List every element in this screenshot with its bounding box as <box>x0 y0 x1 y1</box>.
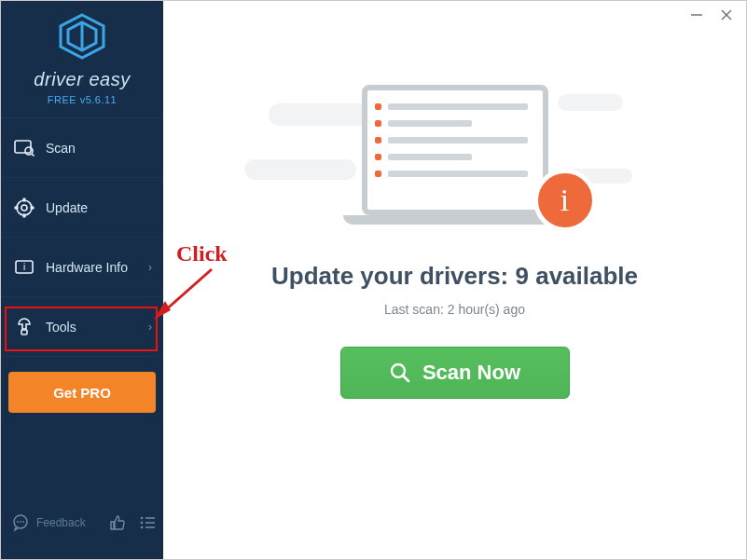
close-icon[interactable] <box>718 7 735 23</box>
svg-point-19 <box>17 521 19 523</box>
scan-now-label: Scan Now <box>422 361 520 385</box>
svg-rect-12 <box>23 213 26 217</box>
chevron-right-icon: › <box>148 261 152 274</box>
brand-block: driver easy FREE v5.6.11 <box>1 1 163 118</box>
minimize-icon[interactable] <box>688 7 705 23</box>
sidebar-footer: Feedback <box>1 494 163 559</box>
chat-icon <box>10 512 31 533</box>
update-icon <box>14 198 35 218</box>
svg-point-24 <box>140 526 143 529</box>
svg-point-20 <box>20 521 21 523</box>
chevron-right-icon: › <box>148 321 152 334</box>
sidebar: driver easy FREE v5.6.11 Scan Update i <box>1 1 163 559</box>
svg-point-22 <box>140 517 143 520</box>
app-logo-icon <box>57 13 107 63</box>
sidebar-item-update[interactable]: Update <box>1 178 163 238</box>
sidebar-item-label: Tools <box>46 320 76 335</box>
sidebar-item-scan[interactable]: Scan <box>1 118 163 178</box>
headline: Update your drivers: 9 available <box>271 262 638 291</box>
brand-version: FREE v5.6.11 <box>48 94 117 105</box>
info-badge-icon: i <box>533 169 597 232</box>
sidebar-item-label: Scan <box>46 141 76 156</box>
scan-now-button[interactable]: Scan Now <box>340 347 570 399</box>
list-icon[interactable] <box>138 512 157 533</box>
svg-rect-13 <box>15 206 19 209</box>
svg-text:i: i <box>23 262 25 272</box>
search-icon <box>389 362 411 384</box>
svg-point-10 <box>21 205 27 211</box>
svg-point-23 <box>140 522 143 525</box>
available-count: 9 <box>515 262 528 290</box>
brand-name: driver easy <box>34 69 130 90</box>
get-pro-button[interactable]: Get PRO <box>8 372 156 413</box>
svg-rect-17 <box>21 330 27 335</box>
svg-line-8 <box>32 154 35 157</box>
thumbs-up-icon[interactable] <box>108 512 127 533</box>
svg-rect-14 <box>31 206 35 209</box>
titlebar-controls <box>677 1 746 29</box>
svg-point-21 <box>22 521 24 523</box>
last-scan-text: Last scan: 2 hour(s) ago <box>384 302 525 317</box>
svg-rect-11 <box>23 198 26 201</box>
sidebar-item-label: Update <box>46 200 88 215</box>
svg-point-9 <box>17 200 32 215</box>
hardware-icon: i <box>14 257 35 278</box>
feedback-label: Feedback <box>36 516 86 529</box>
sidebar-nav: Scan Update i Hardware Info › Tools <box>1 118 163 357</box>
feedback-button[interactable]: Feedback <box>10 512 86 533</box>
hero-illustration: i <box>334 66 576 225</box>
scan-icon <box>14 138 35 158</box>
app-window: driver easy FREE v5.6.11 Scan Update i <box>0 0 747 560</box>
sidebar-item-hardware-info[interactable]: i Hardware Info › <box>1 238 163 297</box>
get-pro-label: Get PRO <box>53 385 111 401</box>
sidebar-item-label: Hardware Info <box>46 260 128 275</box>
main-panel: i Update your drivers: 9 available Last … <box>163 1 746 559</box>
tools-icon <box>14 317 35 337</box>
svg-line-29 <box>403 376 408 381</box>
sidebar-item-tools[interactable]: Tools › <box>1 297 163 357</box>
